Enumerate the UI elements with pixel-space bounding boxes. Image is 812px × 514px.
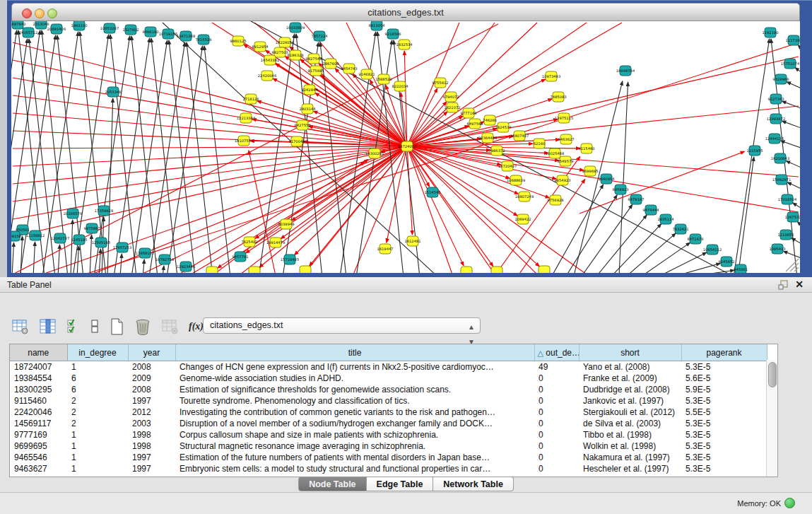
citation-edge-red[interactable] (141, 146, 407, 273)
citation-edge-black[interactable] (143, 259, 144, 273)
citation-edge-black[interactable] (120, 254, 122, 273)
citation-edge-red[interactable] (13, 146, 407, 184)
citation-edge-black[interactable] (33, 242, 35, 273)
citation-edge-black[interactable] (786, 161, 800, 168)
tab-edge-table[interactable]: Edge Table (367, 477, 434, 491)
citation-edge-black[interactable] (657, 252, 707, 273)
close-panel-icon[interactable]: ✕ (795, 279, 804, 290)
graph-node-label: 1167531 (784, 215, 800, 219)
function-builder-icon[interactable]: f(x) (189, 317, 204, 336)
citation-edge-red[interactable] (407, 23, 495, 146)
show-columns-icon[interactable] (39, 317, 57, 336)
table-cell: Disruption of a novel member of a sodium… (175, 418, 534, 429)
citation-edge-red[interactable] (191, 146, 407, 273)
citation-edge-black[interactable] (798, 45, 800, 50)
citation-edge-red[interactable] (13, 146, 407, 166)
citation-edge-red[interactable] (13, 146, 407, 148)
table-row[interactable]: 946554611997Estimation of the future num… (10, 452, 767, 463)
table-scrollbar[interactable] (766, 360, 777, 477)
citation-edge-black[interactable] (787, 82, 800, 89)
column-header-name[interactable]: name (10, 344, 67, 361)
citation-edge-red[interactable] (407, 146, 537, 273)
table-row[interactable]: 1830029562008Estimation of significance … (10, 384, 767, 395)
column-header-title[interactable]: title (175, 344, 534, 361)
table-mode-icon[interactable] (11, 317, 30, 336)
citation-edge-black[interactable] (107, 98, 113, 273)
graph-node-yellow[interactable] (206, 267, 218, 273)
float-panel-icon[interactable] (778, 280, 788, 290)
column-header-pagerank[interactable]: pagerank (681, 344, 767, 361)
window-titlebar[interactable]: citations_edges.txt (11, 3, 800, 21)
network-canvas[interactable]: 9860125891295418226058982750381863289827… (11, 21, 800, 273)
citation-edge-black[interactable] (163, 266, 164, 273)
network-graph[interactable]: 9860125891295418226058982750381863289827… (11, 21, 800, 273)
rows-icon[interactable] (90, 317, 100, 336)
citation-edge-black[interactable] (71, 220, 73, 273)
citation-edge-black[interactable] (780, 141, 800, 148)
delete-column-icon[interactable] (134, 317, 152, 336)
citation-edge-black[interactable] (167, 46, 203, 273)
table-row[interactable]: 2242004622012Investigating the contribut… (10, 407, 767, 418)
citation-edge-red[interactable] (13, 113, 407, 146)
graph-node-yellow[interactable] (491, 267, 502, 273)
citation-edge-black[interactable] (611, 224, 661, 273)
citation-edge-black[interactable] (792, 238, 800, 245)
citation-edge-black[interactable] (12, 243, 14, 273)
citation-edge-black[interactable] (793, 203, 800, 209)
citation-edge-red[interactable] (407, 57, 799, 146)
column-header-in_degree[interactable]: in_degree (67, 344, 128, 361)
table-cell: 2008 (128, 361, 175, 373)
citation-edge-red[interactable] (495, 156, 580, 273)
table-cell: Jankovic et al. (1997) (579, 395, 681, 407)
citation-edge-black[interactable] (797, 221, 800, 227)
graph-node-label: 8912954 (252, 45, 269, 49)
column-header-short[interactable]: short (579, 344, 681, 361)
table-cell: Investigating the contribution of common… (175, 407, 534, 418)
citation-edge-red[interactable] (407, 146, 539, 267)
citation-edge-red[interactable] (407, 112, 447, 146)
citation-edge-black[interactable] (738, 157, 754, 273)
delete-table-icon[interactable] (161, 317, 180, 336)
graph-node-yellow[interactable] (461, 267, 472, 273)
table-row[interactable]: 969969511998Structural magnetic resonanc… (10, 440, 767, 452)
citation-edge-black[interactable] (671, 263, 720, 273)
resize-grip-icon[interactable] (790, 263, 799, 271)
window-title: citations_edges.txt (12, 7, 799, 18)
tab-network-table[interactable]: Network Table (433, 477, 514, 491)
table-panel: Table Panel ✕ f(x) citations_edges.txt (0, 277, 812, 514)
citation-edge-black[interactable] (783, 251, 800, 259)
table-cell: 1 (67, 440, 128, 452)
citation-edge-black[interactable] (795, 68, 800, 74)
table-row[interactable]: 911546021997Tourette syndrome. Phenomeno… (10, 395, 767, 407)
column-header-out_de[interactable]: △ out_de… (534, 344, 579, 361)
graph-node-yellow[interactable] (300, 266, 311, 273)
citation-edge-red[interactable] (407, 146, 587, 273)
graph-node-label: 12505185 (92, 240, 110, 245)
graph-node-label: 10807487 (510, 134, 529, 138)
citation-edge-black[interactable] (619, 82, 628, 273)
column-header-year[interactable]: year (128, 344, 175, 361)
table-row[interactable]: 946362711997Embryonic stem cells: a mode… (10, 463, 767, 474)
citation-edge-black[interactable] (787, 182, 800, 189)
table-row[interactable]: 1456911722003Disruption of a novel membe… (10, 418, 767, 429)
citation-edge-red[interactable] (407, 146, 452, 273)
table-row[interactable]: 1938455462009Genome-wide association stu… (10, 373, 767, 384)
table-select-dropdown[interactable]: citations_edges.txt ▲▼ (203, 317, 481, 334)
table-cell: 6 (67, 384, 128, 395)
select-checklist-icon[interactable] (66, 317, 81, 336)
graph-node-label: 8186328 (287, 53, 303, 57)
table-cell: 2012 (128, 407, 175, 418)
citation-edge-red[interactable] (353, 146, 407, 273)
graph-node-label: 1687640 (11, 22, 26, 26)
graph-node-label: 7485083 (550, 95, 566, 99)
tab-node-table[interactable]: Node Table (298, 477, 366, 491)
table-row[interactable]: 1872400712008Changes of HCN gene express… (10, 361, 767, 373)
table-scrollbar-thumb[interactable] (768, 362, 777, 387)
graph-node-yellow[interactable] (249, 267, 260, 273)
citation-edge-black[interactable] (782, 121, 800, 129)
table-row[interactable]: 977716911998Corpus callosum shape and si… (10, 429, 767, 440)
table-cell: 14569117 (10, 418, 67, 429)
new-column-icon[interactable] (109, 317, 124, 336)
graph-node-yellow[interactable] (539, 266, 550, 273)
citation-edge-black[interactable] (77, 246, 78, 273)
